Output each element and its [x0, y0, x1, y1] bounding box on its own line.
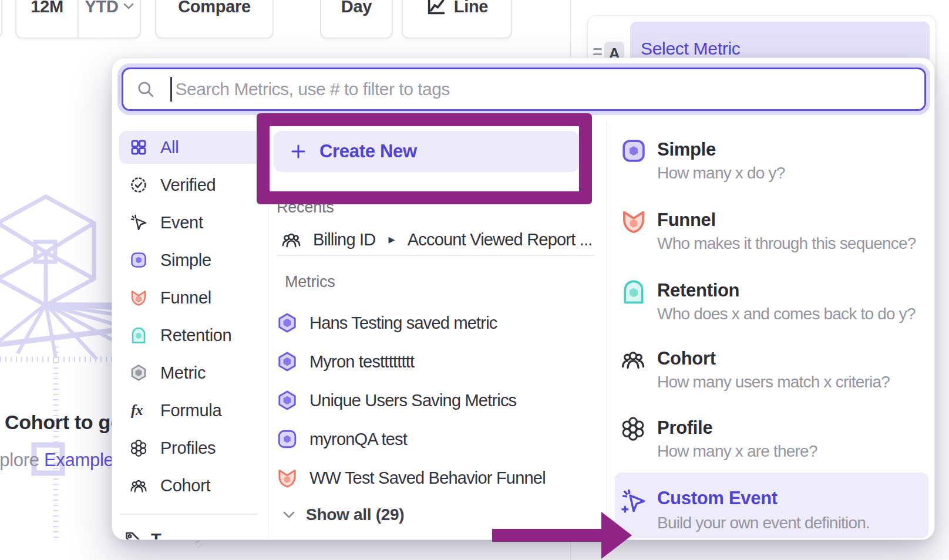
- metrics-section-label: Metrics: [285, 273, 335, 291]
- simple-icon: [621, 138, 647, 164]
- sidebar-item-verified[interactable]: Verified: [119, 168, 265, 201]
- metric-list-item[interactable]: myronQA test: [277, 427, 407, 451]
- recents-metrics-divider: [277, 255, 595, 256]
- people-icon: [281, 230, 301, 249]
- simple-icon: [130, 251, 147, 269]
- recent-item-billing-id[interactable]: Billing ID ▸ Account Viewed Report ...: [281, 228, 592, 251]
- sidebar-item-clipped[interactable]: T: [124, 530, 161, 540]
- metric-list-item[interactable]: Unique Users Saving Metrics: [277, 389, 516, 412]
- grid-icon: [130, 139, 147, 156]
- chart-type-line-button[interactable]: Line: [402, 0, 512, 39]
- metric-icon: [130, 364, 147, 382]
- range-12m-button[interactable]: 12M: [16, 0, 78, 38]
- sidebar-section-divider: [120, 514, 258, 515]
- sidebar-item-all[interactable]: All: [119, 131, 265, 164]
- line-chart-icon: [426, 0, 446, 16]
- explore-text-fragment: xplore: [0, 450, 44, 470]
- chevron-down-icon: [282, 511, 295, 519]
- chevron-down-icon: [123, 3, 134, 10]
- type-option-profile[interactable]: Profile How many x are there?: [615, 416, 928, 473]
- hexagon-metric-icon: [277, 390, 298, 411]
- type-option-custom-event[interactable]: Custom Event Build your own event defini…: [615, 473, 928, 538]
- funnel-icon: [621, 208, 647, 234]
- formula-icon: fx: [130, 402, 147, 419]
- type-option-simple[interactable]: Simple How many x do y?: [615, 138, 928, 194]
- custom-event-icon: [621, 488, 647, 514]
- sidebar-divider: [268, 123, 268, 540]
- retention-icon: [130, 326, 147, 344]
- sidebar-item-formula[interactable]: fx Formula: [119, 394, 265, 427]
- simple-icon: [277, 429, 298, 450]
- search-placeholder: Search Metrics, use # to filter to tags: [176, 79, 450, 99]
- search-icon: [136, 80, 155, 99]
- sidebar-item-metric[interactable]: Metric: [119, 356, 265, 389]
- range-ytd-button[interactable]: YTD: [78, 0, 140, 38]
- svg-text:fx: fx: [131, 402, 143, 418]
- type-option-cohort[interactable]: Cohort How many users match x criteria?: [615, 347, 928, 403]
- sidebar-item-retention[interactable]: Retention: [119, 319, 265, 352]
- metric-list-item[interactable]: Myron testttttttt: [277, 350, 414, 373]
- sidebar-item-event[interactable]: Event: [119, 206, 265, 239]
- profiles-icon: [130, 439, 147, 457]
- sidebar-item-simple[interactable]: Simple: [119, 244, 265, 276]
- date-range-button-group: 12M YTD: [15, 0, 141, 39]
- metric-picker-modal: Search Metrics, use # to filter to tags …: [112, 58, 935, 540]
- metric-search-input[interactable]: Search Metrics, use # to filter to tags: [122, 68, 926, 111]
- toolbar-button-fragment[interactable]: [0, 0, 2, 39]
- cohort-icon: [130, 477, 147, 494]
- hexagon-metric-icon: [277, 351, 298, 372]
- show-all-button[interactable]: Show all (29): [282, 505, 404, 524]
- type-option-funnel[interactable]: Funnel Who makes it through this sequenc…: [615, 208, 928, 265]
- tag-icon: [124, 530, 142, 540]
- metric-list-item[interactable]: WW Test Saved Behavior Funnel: [277, 466, 546, 490]
- breadcrumb-triangle-icon: ▸: [388, 232, 394, 247]
- type-option-retention[interactable]: Retention Who does x and comes back to d…: [615, 279, 928, 335]
- event-icon: [130, 214, 147, 231]
- funnel-icon: [277, 467, 298, 488]
- create-new-button[interactable]: Create New: [274, 131, 579, 172]
- text-caret: [170, 77, 172, 102]
- cohort-icon: [621, 347, 645, 372]
- granularity-day-button[interactable]: Day: [320, 0, 393, 39]
- recents-section-label: Recents: [277, 198, 334, 217]
- plus-icon: [290, 143, 307, 160]
- column-divider: [606, 123, 607, 540]
- profiles-icon: [621, 416, 645, 441]
- retention-icon: [621, 279, 647, 305]
- metric-list-item[interactable]: Hans Testing saved metric: [277, 311, 497, 335]
- sidebar-item-cohort[interactable]: Cohort: [119, 469, 265, 502]
- sidebar-item-profiles[interactable]: Profiles: [119, 431, 265, 464]
- verified-icon: [130, 176, 147, 194]
- funnel-icon: [130, 289, 147, 306]
- hexagon-metric-icon: [277, 312, 298, 333]
- sidebar-item-funnel[interactable]: Funnel: [119, 281, 265, 314]
- background-heading-fragment: r Cohort to ge: [0, 411, 122, 434]
- compare-button[interactable]: Compare: [155, 0, 274, 39]
